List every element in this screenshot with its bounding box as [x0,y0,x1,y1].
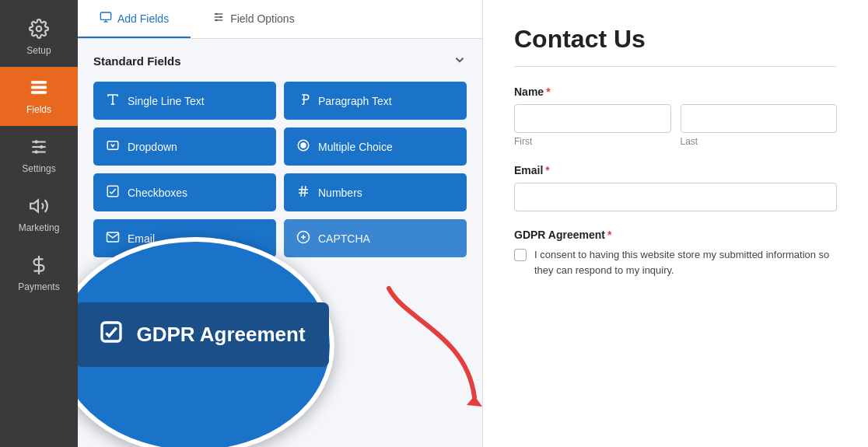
tab-field-options[interactable]: Field Options [191,0,316,38]
form-input-row-name: First Last [514,104,837,147]
svg-rect-3 [31,91,47,93]
form-title: Contact Us [514,25,837,54]
gdpr-circle-bg: GDPR Agreement [78,237,334,447]
gdpr-consent-text: I consent to having this website store m… [534,247,837,278]
fields-grid: Single Line Text Paragraph Text [93,82,467,257]
form-field-gdpr: GDPR Agreement * I consent to having thi… [514,229,837,278]
sidebar-item-payments-label: Payments [18,281,59,292]
svg-point-0 [37,26,42,32]
marketing-icon [29,196,49,218]
svg-point-20 [215,19,218,22]
middle-panel: Add Fields Field Options Standard Fields [78,0,482,447]
section-header: Standard Fields [93,53,467,69]
text-icon [106,93,120,109]
field-btn-multiple-choice[interactable]: Multiple Choice [284,127,467,166]
field-btn-dropdown[interactable]: Dropdown [93,127,276,166]
checkbox-icon [106,184,120,201]
radio-icon [296,138,310,155]
form-field-email: Email * [514,164,837,211]
svg-point-26 [301,143,306,148]
sidebar-item-settings[interactable]: Settings [0,126,78,185]
field-btn-gdpr-label: GDPR Agreement [136,323,305,347]
field-btn-numbers-label: Numbers [318,187,362,199]
field-btn-dropdown-label: Dropdown [128,141,177,153]
form-label-gdpr: GDPR Agreement * [514,229,837,241]
svg-rect-2 [31,86,47,89]
number-icon [296,184,310,201]
field-options-icon [212,11,225,26]
sidebar-item-setup[interactable]: Setup [0,8,78,67]
form-divider [514,66,837,67]
paragraph-icon [296,93,310,109]
form-sublabel-last: Last [681,136,838,147]
sidebar-item-settings-label: Settings [22,163,55,174]
sidebar: Setup Fields Settings [0,0,78,447]
form-input-email[interactable] [514,183,837,211]
gdpr-consent-checkbox[interactable] [514,249,527,261]
sidebar-item-setup-label: Setup [26,45,51,56]
svg-marker-10 [30,200,38,211]
field-btn-single-line-text[interactable]: Single Line Text [93,82,276,120]
field-btn-single-line-text-label: Single Line Text [128,95,205,107]
svg-line-30 [301,186,303,197]
form-sublabel-first: First [514,136,671,147]
svg-rect-1 [31,81,47,83]
dropdown-icon [106,138,120,155]
sidebar-item-fields[interactable]: Fields [0,67,78,126]
form-input-first-name[interactable] [514,104,671,133]
form-label-name: Name * [514,86,837,98]
settings-icon [29,137,49,159]
gdpr-icon [99,320,124,350]
preview-panel: Contact Us Name * First Last Email * G [482,0,868,447]
field-btn-multiple-choice-label: Multiple Choice [318,141,393,153]
required-star-email: * [545,164,549,176]
chevron-down-icon [453,53,467,69]
form-label-email: Email * [514,164,837,176]
add-fields-icon [100,11,112,26]
standard-fields-label: Standard Fields [93,54,181,68]
form-input-wrapper-last: Last [681,104,838,147]
svg-line-31 [305,186,306,197]
svg-rect-24 [107,141,118,150]
form-input-last-name[interactable] [681,104,838,133]
svg-point-19 [219,16,222,19]
gdpr-consent-row: I consent to having this website store m… [514,247,837,278]
field-btn-checkboxes-label: Checkboxes [128,187,187,199]
field-btn-paragraph-text-label: Paragraph Text [318,95,392,107]
field-btn-checkboxes[interactable]: Checkboxes [93,173,276,211]
form-input-wrapper-first: First [514,104,671,147]
tab-add-fields[interactable]: Add Fields [78,0,191,38]
sidebar-item-fields-label: Fields [26,104,51,115]
required-star-name: * [546,86,550,98]
tab-field-options-label: Field Options [230,12,294,25]
sidebar-item-marketing[interactable]: Marketing [0,185,78,244]
sidebar-item-payments[interactable]: Payments [0,244,78,303]
form-field-name: Name * First Last [514,86,837,147]
tabs-bar: Add Fields Field Options [78,0,482,39]
fields-icon [29,78,49,100]
tab-add-fields-label: Add Fields [117,12,169,25]
field-btn-gdpr-agreement[interactable]: GDPR Agreement [78,302,329,367]
svg-point-18 [215,13,218,16]
field-btn-numbers[interactable]: Numbers [284,173,467,211]
gear-icon [29,19,49,41]
svg-point-8 [40,145,43,148]
svg-rect-27 [107,186,118,197]
payments-icon [29,255,49,278]
svg-rect-12 [100,12,110,19]
sidebar-item-marketing-label: Marketing [19,222,60,233]
svg-point-9 [35,150,38,153]
required-star-gdpr: * [607,229,611,241]
gdpr-overlay: GDPR Agreement [78,237,334,447]
svg-point-7 [35,140,38,143]
field-btn-paragraph-text[interactable]: Paragraph Text [284,82,467,120]
